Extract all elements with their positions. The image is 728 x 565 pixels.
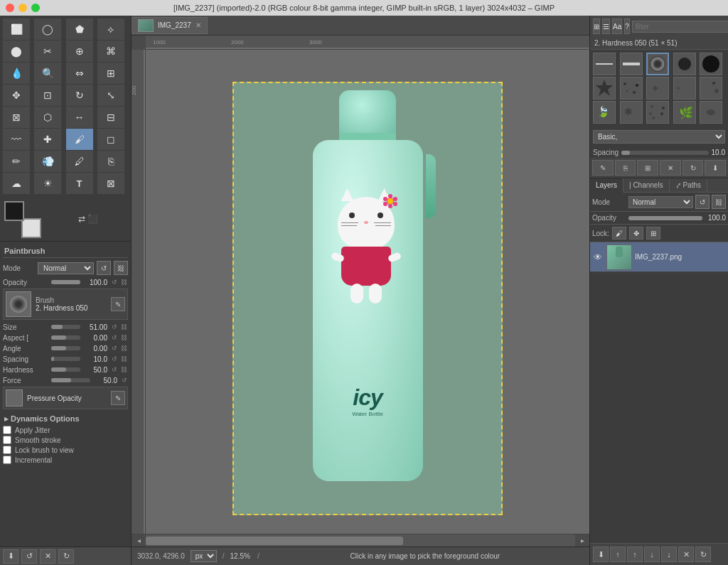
tool-warp[interactable]: 〰 [3, 129, 30, 150]
angle-reset-icon[interactable]: ↺ [111, 344, 118, 353]
brush-cell-line2[interactable] [620, 53, 643, 75]
brush-new-button[interactable]: ⊞ [637, 160, 658, 176]
hardness-reset-icon[interactable]: ↺ [111, 365, 118, 374]
incremental-row[interactable]: Incremental [3, 456, 128, 464]
opacity-chain-icon[interactable]: ⛓ [120, 278, 128, 286]
layers-mode-select[interactable]: Normal [628, 196, 693, 208]
spacing-reset-icon[interactable]: ↺ [111, 355, 118, 363]
tool-color-picker[interactable]: 💧 [3, 63, 30, 84]
reset-colors-icon[interactable]: ⬛ [87, 214, 98, 224]
tab-close-icon[interactable]: ✕ [196, 21, 201, 29]
opacity-reset-icon[interactable]: ↺ [111, 278, 118, 286]
brush-cell-scatter2[interactable]: ⁺× [673, 77, 696, 99]
tool-scale[interactable]: ⤡ [97, 85, 124, 106]
titlebar-controls[interactable] [6, 4, 40, 12]
brush-view-list-icon[interactable]: ☰ [602, 18, 610, 34]
tool-eraser[interactable]: ◻ [97, 129, 124, 150]
tool-preset-save-button[interactable]: ⬇ [3, 549, 18, 564]
channels-tab[interactable]: | Channels [623, 178, 670, 192]
layers-delete-button[interactable]: ✕ [678, 547, 694, 562]
background-color[interactable] [21, 218, 41, 238]
tool-scissors[interactable]: ✂ [34, 41, 61, 62]
tool-crop[interactable]: ⊡ [34, 85, 61, 106]
mode-chain-icon[interactable]: ⛓ [114, 261, 128, 275]
aspect-chain-icon[interactable]: ⛓ [120, 333, 128, 342]
apply-jitter-checkbox[interactable] [3, 426, 11, 434]
brush-preset-select[interactable]: Basic, [593, 130, 725, 144]
angle-slider[interactable] [51, 346, 80, 350]
tool-preset-delete-button[interactable]: ✕ [40, 549, 55, 564]
aspect-slider[interactable] [51, 335, 80, 340]
dynamics-edit-icon[interactable]: ✎ [111, 391, 125, 405]
tool-shear[interactable]: ⊠ [3, 107, 30, 128]
tool-perspective[interactable]: ⬡ [34, 107, 61, 128]
brush-save-button[interactable]: ⬇ [705, 160, 726, 176]
lock-brush-row[interactable]: Lock brush to view [3, 446, 128, 454]
layers-reset-button[interactable]: ↻ [695, 547, 711, 562]
scrollbar-track-h[interactable] [146, 537, 575, 545]
tool-preset-restore-button[interactable]: ↺ [21, 549, 37, 564]
tool-ellipse-select[interactable]: ◯ [34, 18, 61, 40]
angle-chain-icon[interactable]: ⛓ [120, 344, 128, 353]
tool-pencil[interactable]: ✏ [3, 151, 30, 172]
size-reset-icon[interactable]: ↺ [111, 323, 118, 331]
maximize-button[interactable] [31, 4, 40, 12]
tool-fuzzy-select[interactable]: ⟡ [97, 18, 124, 40]
tool-align[interactable]: ⊞ [97, 63, 124, 84]
tool-text[interactable]: T [66, 173, 93, 194]
lock-brush-checkbox[interactable] [3, 446, 11, 454]
foreground-color[interactable] [4, 201, 24, 221]
lock-pos-icon[interactable]: ✥ [629, 227, 643, 240]
tool-ink[interactable]: 🖊 [66, 151, 93, 172]
tool-bucket-fill[interactable]: ⊠ [97, 173, 124, 194]
brush-view-large-icon[interactable]: Aa [612, 18, 622, 34]
brush-view-grid-icon[interactable]: ⊞ [593, 18, 600, 34]
force-slider[interactable] [51, 378, 90, 382]
scroll-left-button[interactable]: ◂ [132, 534, 146, 547]
brush-cell-hardness-100[interactable] [673, 53, 696, 75]
tool-zoom[interactable]: 🔍 [34, 63, 61, 84]
mode-reset-icon[interactable]: ↺ [97, 261, 111, 275]
layers-mode-reset-icon[interactable]: ↺ [695, 195, 710, 209]
layers-tab[interactable]: Layers [590, 178, 623, 193]
size-chain-icon[interactable]: ⛓ [120, 323, 128, 331]
tool-move[interactable]: ✥ [3, 85, 30, 106]
tool-flip[interactable]: ↔ [66, 107, 93, 128]
spacing-slider[interactable] [51, 357, 80, 361]
size-slider[interactable] [51, 325, 80, 329]
table-row[interactable]: 👁 IMG_2237.png [590, 242, 728, 272]
tool-rotate[interactable]: ↻ [66, 85, 93, 106]
brush-spacing-slider[interactable] [621, 151, 708, 155]
tool-color-select[interactable]: ⬤ [3, 41, 30, 62]
brush-delete-button[interactable]: ✕ [660, 160, 681, 176]
brush-cell-texture5[interactable] [700, 101, 722, 124]
aspect-reset-icon[interactable]: ↺ [111, 333, 118, 342]
incremental-checkbox[interactable] [3, 456, 11, 464]
tool-free-select[interactable]: ⬟ [66, 18, 93, 40]
apply-jitter-row[interactable]: Apply Jitter [3, 426, 128, 434]
tool-preset-reset-button[interactable]: ↻ [58, 549, 74, 564]
layers-move-down2-button[interactable]: ↓ [661, 547, 677, 562]
tool-clone[interactable]: ⎘ [97, 151, 124, 172]
tool-paintbrush[interactable]: 🖌 [66, 129, 93, 150]
layer-visibility-icon[interactable]: 👁 [592, 252, 604, 263]
mode-select[interactable]: Normal [38, 262, 94, 274]
tool-heal[interactable]: ✚ [34, 129, 61, 150]
tool-rectangle-select[interactable]: ⬜ [3, 18, 30, 40]
brush-cell-texture1[interactable]: 🍃 [593, 101, 616, 124]
brush-cell-star[interactable] [593, 77, 616, 99]
scrollbar-thumb-h[interactable] [146, 537, 403, 545]
canvas-scroll-area[interactable]: 200 [132, 50, 589, 534]
scroll-right-button[interactable]: ▸ [575, 534, 589, 547]
force-reset-icon[interactable]: ↺ [121, 376, 128, 384]
unit-select[interactable]: px [191, 550, 217, 562]
layers-move-up2-button[interactable]: ↑ [627, 547, 643, 562]
layers-mode-chain-icon[interactable]: ⛓ [712, 195, 726, 209]
smooth-stroke-row[interactable]: Smooth stroke [3, 436, 128, 444]
scrollbar-horizontal[interactable]: ◂ ▸ [132, 534, 589, 547]
paths-tab[interactable]: ⤤ Paths [670, 178, 707, 192]
opacity-slider[interactable] [51, 280, 80, 284]
brush-edit-icon[interactable]: ✎ [111, 297, 125, 311]
brush-copy-button[interactable]: ⎘ [615, 160, 636, 176]
brush-cell-full-circle[interactable] [700, 53, 722, 75]
